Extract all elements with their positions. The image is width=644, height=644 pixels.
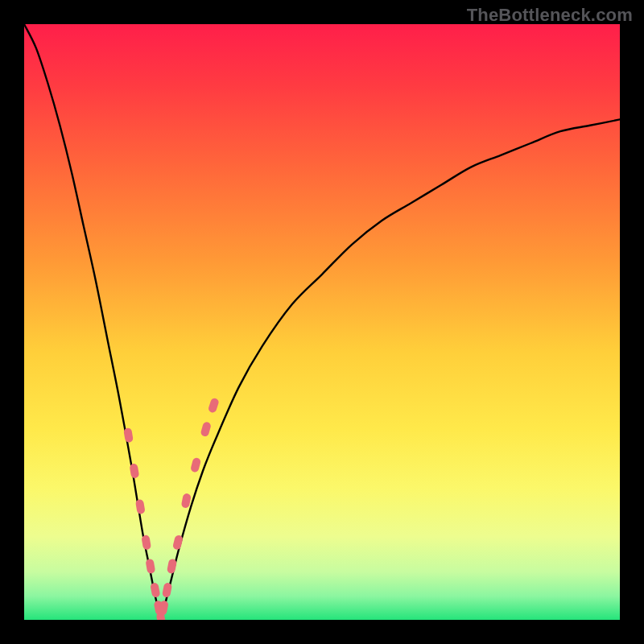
curve-marker	[200, 421, 212, 437]
curve-marker	[150, 582, 160, 598]
curve-marker	[167, 559, 177, 575]
curve-marker	[135, 499, 146, 514]
chart-frame: TheBottleneck.com	[0, 0, 644, 644]
curve-marker	[129, 463, 139, 478]
curve-marker	[141, 535, 151, 550]
curve-marker	[208, 397, 220, 413]
bottleneck-curve	[24, 24, 620, 620]
plot-area	[24, 24, 620, 620]
curve-marker	[145, 559, 155, 574]
curve-marker	[190, 457, 201, 473]
curve-marker	[123, 427, 134, 443]
curve-marker	[181, 493, 192, 509]
curve-marker	[162, 582, 172, 598]
watermark-text: TheBottleneck.com	[467, 5, 633, 26]
